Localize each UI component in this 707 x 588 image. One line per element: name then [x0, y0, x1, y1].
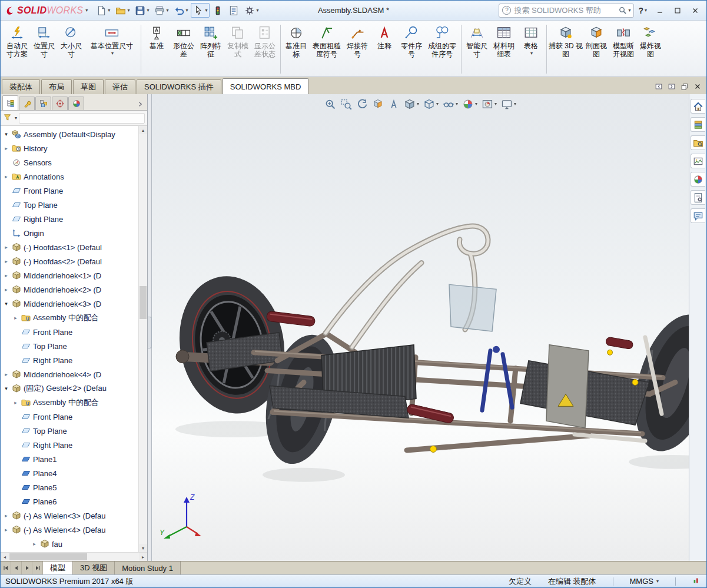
ribbon-button[interactable]: 大小尺寸: [58, 22, 85, 76]
panel-splitter[interactable]: [148, 94, 152, 561]
tree-expand-arrow-icon[interactable]: ▾: [3, 386, 9, 391]
command-tab[interactable]: SOLIDWORKS 插件: [137, 79, 221, 94]
document-tab[interactable]: Motion Study 1: [115, 562, 181, 574]
edit-appearance-button[interactable]: ▾: [461, 98, 479, 111]
tree-item[interactable]: Front Plane: [1, 325, 138, 339]
document-tab[interactable]: 3D 视图: [73, 562, 115, 574]
tree-expand-arrow-icon[interactable]: ▸: [12, 315, 19, 321]
search-box[interactable]: ? 搜索 SOLIDWORKS 帮助 ▾: [499, 4, 634, 18]
display-style-button[interactable]: ▾: [422, 98, 440, 111]
display-manager-tab[interactable]: [68, 97, 84, 110]
tree-item[interactable]: Top Plane: [1, 424, 138, 438]
tree-item[interactable]: Plane4: [1, 466, 138, 480]
ribbon-button[interactable]: 焊接符号: [344, 22, 371, 76]
tree-item[interactable]: Right Plane: [1, 212, 138, 226]
scroll-left-arrow-icon[interactable]: ◂: [1, 553, 9, 561]
tree-horizontal-scrollbar[interactable]: ◂ ▸: [1, 552, 147, 561]
tree-expand-arrow-icon[interactable]: ▸: [3, 273, 9, 278]
tree-expand-arrow-icon[interactable]: ▾: [3, 301, 9, 307]
units-selector[interactable]: MMGS ▾: [630, 577, 659, 586]
tree-expand-arrow-icon[interactable]: ▾: [3, 131, 9, 137]
appearances-scenes-button[interactable]: [691, 172, 705, 187]
design-library-button[interactable]: [691, 117, 705, 132]
horizontal-scroll-thumb[interactable]: [9, 553, 87, 560]
tree-item[interactable]: Sensors: [1, 155, 138, 170]
solidworks-forum-button[interactable]: [691, 208, 705, 223]
tree-item[interactable]: Plane5: [1, 480, 138, 494]
tree-expand-arrow-icon[interactable]: ▸: [3, 145, 9, 151]
tree-item[interactable]: ▸Middendriehoek<4> (D: [1, 367, 138, 381]
ribbon-button[interactable]: 材料明细表: [490, 22, 517, 76]
ribbon-button[interactable]: 形位公差: [170, 22, 197, 76]
tree-item[interactable]: ▸(-) As Wielen<4> (Defau: [1, 523, 138, 537]
first-tab-button[interactable]: [1, 562, 11, 574]
hide-show-items-button[interactable]: ▾: [442, 98, 459, 111]
zoom-area-button[interactable]: [339, 98, 353, 111]
help-button[interactable]: ? ▾: [638, 6, 647, 15]
tree-item[interactable]: ▸History: [1, 141, 138, 155]
tree-expand-arrow-icon[interactable]: ▸: [3, 258, 9, 264]
annotation-view-button[interactable]: [387, 98, 401, 111]
tree-expand-arrow-icon[interactable]: ▸: [3, 527, 9, 533]
command-tab[interactable]: 评估: [105, 79, 135, 94]
ribbon-button[interactable]: 成组的零件序号: [425, 22, 459, 76]
ribbon-button[interactable]: 基准目标: [283, 22, 310, 76]
dimxpert-manager-tab[interactable]: [52, 97, 68, 110]
filter-caret-icon[interactable]: ▾: [15, 116, 17, 121]
tree-expand-arrow-icon[interactable]: ▸: [3, 174, 9, 180]
solidworks-resources-button[interactable]: [691, 99, 705, 114]
options-gear-button[interactable]: ▾: [242, 3, 261, 18]
command-tab[interactable]: 布局: [41, 79, 72, 94]
tree-item[interactable]: Plane6: [1, 494, 138, 509]
close-button[interactable]: [686, 4, 704, 18]
vertical-scroll-thumb[interactable]: [140, 286, 147, 319]
open-folder-button[interactable]: ▾: [113, 3, 132, 18]
ribbon-button[interactable]: 基准: [143, 22, 170, 76]
tree-item[interactable]: ▾(固定) Gestel<2> (Defau: [1, 381, 138, 396]
command-tab[interactable]: 草图: [73, 79, 104, 94]
funnel-icon[interactable]: [3, 113, 12, 122]
search-input[interactable]: 搜索 SOLIDWORKS 帮助: [514, 5, 615, 16]
tree-expand-arrow-icon[interactable]: ▸: [3, 513, 9, 519]
status-indicator-icon[interactable]: [692, 576, 701, 584]
panel-collapse-handle[interactable]: [148, 317, 152, 348]
tree-expand-arrow-icon[interactable]: ▸: [3, 287, 9, 293]
next-tab-button[interactable]: [22, 562, 32, 574]
ribbon-button[interactable]: 基本位置尺寸▾: [85, 22, 139, 76]
save-button[interactable]: ▾: [132, 3, 151, 18]
search-submit[interactable]: ▾: [618, 6, 630, 15]
feature-tree-tab[interactable]: [2, 95, 18, 110]
file-explorer-button[interactable]: [691, 135, 705, 150]
rebuild-button[interactable]: [210, 3, 225, 18]
tree-item[interactable]: ▾Assembly (Default<Display: [1, 127, 138, 141]
scroll-down-arrow-icon[interactable]: ▾: [139, 544, 147, 552]
undo-button[interactable]: ▾: [171, 3, 190, 18]
previous-view-button[interactable]: [355, 98, 369, 111]
tree-item[interactable]: ▸Annotations: [1, 170, 138, 184]
ribbon-button[interactable]: 自动尺寸方案: [4, 22, 31, 76]
ribbon-button[interactable]: 捕获 3D 视图: [549, 22, 583, 76]
maximize-button[interactable]: [669, 4, 686, 18]
ribbon-button[interactable]: 剖面视图: [583, 22, 610, 76]
tree-expand-arrow-icon[interactable]: ▸: [3, 371, 9, 377]
tree-item[interactable]: Right Plane: [1, 353, 138, 367]
ribbon-button[interactable]: 阵列特征: [197, 22, 224, 76]
tree-item[interactable]: Front Plane: [1, 184, 138, 198]
section-view-button[interactable]: [371, 98, 385, 111]
tree-item[interactable]: Top Plane: [1, 339, 138, 353]
ribbon-button[interactable]: 注释: [371, 22, 398, 76]
ribbon-button[interactable]: 表格▾: [517, 22, 545, 76]
previous-tab-button[interactable]: [11, 562, 22, 574]
tree-item[interactable]: ▸Assembly 中的配合: [1, 311, 138, 325]
ribbon-button[interactable]: 位置尺寸: [31, 22, 58, 76]
tree-item[interactable]: Origin: [1, 226, 138, 240]
tree-item[interactable]: ▸(-) Hoofdas<1> (Defaul: [1, 240, 138, 254]
tree-vertical-scrollbar[interactable]: ▴ ▾: [138, 126, 147, 552]
custom-properties-button[interactable]: [691, 190, 705, 205]
command-tab[interactable]: SOLIDWORKS MBD: [223, 78, 309, 94]
tree-item[interactable]: ▸Middendriehoek<1> (D: [1, 268, 138, 283]
scroll-up-arrow-icon[interactable]: ▴: [139, 126, 147, 134]
tree-item[interactable]: ▸fau: [1, 537, 138, 551]
new-document-button[interactable]: ▾: [94, 3, 112, 18]
command-tab[interactable]: 装配体: [2, 79, 40, 94]
